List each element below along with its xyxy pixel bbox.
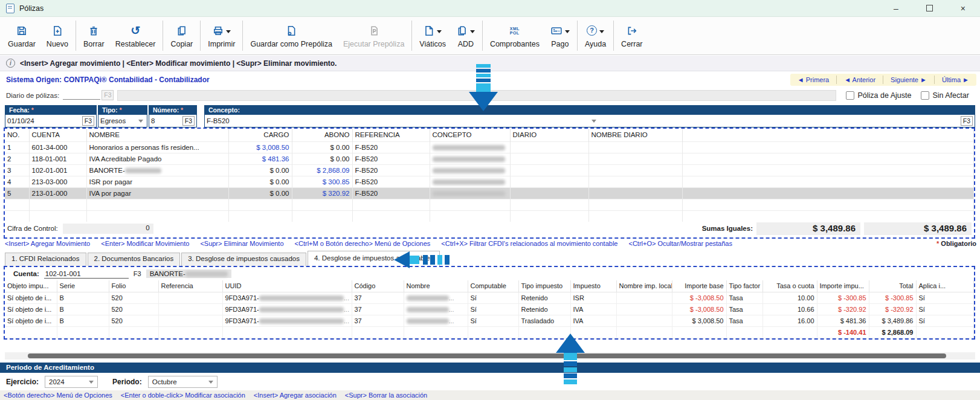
hint-item: <Insert> Agregar Movimiento: [5, 240, 90, 247]
movements-grid-panel: NO.CUENTANOMBRE CARGOABONO REFERENCIACON…: [4, 127, 975, 239]
redacted-text: [407, 307, 449, 312]
chevron-down-icon[interactable]: [565, 30, 570, 33]
table-row[interactable]: 2118-01-001IVA Acreditable Pagado $ 481.…: [5, 153, 974, 164]
table-row-selected[interactable]: 5213-01-000IVA por pagar $ 0.00$ 320.92 …: [5, 187, 974, 199]
last-record-button[interactable]: Última ►: [935, 76, 976, 83]
cuenta-input[interactable]: 102-01-001: [44, 269, 129, 279]
guardar-como-prepoliza-button[interactable]: Guardar como Prepóliza: [245, 18, 337, 53]
impuestos-header-row: Objeto impu...SerieFolioReferencia UUIDC…: [5, 280, 974, 292]
impuestos-table: Objeto impu...SerieFolioReferencia UUIDC…: [5, 280, 974, 338]
cerrar-button[interactable]: Cerrar: [616, 18, 648, 53]
window-controls: – ×: [894, 4, 980, 13]
minimize-button[interactable]: –: [894, 4, 898, 13]
maximize-button[interactable]: [926, 5, 933, 11]
hint-item: <Ctrl+O> Ocultar/Mostrar pestañas: [628, 240, 732, 247]
fecha-input[interactable]: 01/10/24: [7, 117, 34, 124]
ejercicio-select[interactable]: 2024: [45, 376, 98, 388]
chevron-down-icon: [89, 381, 94, 384]
table-row-empty: [5, 210, 974, 222]
close-button[interactable]: ×: [961, 4, 965, 13]
toolbar-separator: [482, 21, 483, 51]
redacted-text: [433, 145, 505, 150]
numero-f3-button[interactable]: F3: [182, 116, 195, 126]
redacted-text: [433, 179, 505, 185]
redacted-text: [185, 271, 228, 277]
toolbar-separator: [242, 21, 243, 51]
info-icon: i: [6, 59, 15, 68]
tab-cfdi-relacionados[interactable]: 1. CFDI Relacionados: [5, 253, 86, 266]
chevron-down-icon[interactable]: [226, 30, 231, 33]
table-row[interactable]: Sí objeto de i...B520 9FD3A971-... 37...…: [5, 303, 974, 315]
comprobantes-button[interactable]: XMLPOL Comprobantes: [485, 18, 545, 53]
bottom-shortcut-hints: <Botón derecho> Menú de Opciones <Enter …: [0, 390, 980, 400]
table-row-empty: [5, 199, 974, 210]
cuenta-f3-button[interactable]: F3: [134, 270, 141, 277]
copiar-button[interactable]: Copiar: [165, 18, 198, 53]
redacted-text: [407, 295, 449, 301]
horizontal-scrollbar[interactable]: [5, 352, 975, 360]
numero-label: Número:: [153, 106, 179, 114]
concepto-input[interactable]: F-B520: [207, 117, 230, 124]
chevron-down-icon[interactable]: [470, 30, 475, 33]
sin-afectar-option: Sin Afectar: [921, 91, 969, 100]
undo-icon: ↺: [131, 25, 140, 37]
hint-item: <Ctrl+M o Botón derecho> Menú de Opcione…: [295, 240, 431, 247]
first-record-button[interactable]: ◄ Primera: [790, 76, 836, 83]
left-arrow-annotation: [394, 251, 452, 268]
tab-documentos-bancarios[interactable]: 2. Documentos Bancarios: [88, 253, 181, 266]
title-bar: Pólizas – ×: [0, 0, 980, 17]
table-row[interactable]: Sí objeto de i...B520 9FD3A971-... 37...…: [5, 292, 974, 303]
scrollbar-thumb[interactable]: [28, 353, 946, 358]
toolbar-separator: [200, 21, 201, 51]
redacted-text: [259, 318, 344, 324]
hint-item: <Supr> Eliminar Movimiento: [200, 240, 283, 247]
chevron-down-icon[interactable]: [599, 30, 604, 33]
numero-input[interactable]: 8: [151, 117, 155, 124]
diario-input[interactable]: [63, 91, 100, 100]
chevron-down-icon[interactable]: [138, 120, 143, 123]
new-document-icon: [52, 25, 63, 36]
guardar-button[interactable]: Guardar: [2, 18, 41, 53]
diario-label: Diario de pólizas:: [6, 92, 59, 99]
totals-row: $ -140.41 $ 2,868.09: [5, 326, 974, 338]
chevron-down-icon[interactable]: [437, 30, 442, 33]
chevron-down-icon[interactable]: [592, 120, 596, 123]
movements-table: NO.CUENTANOMBRE CARGOABONO REFERENCIACON…: [5, 129, 974, 222]
borrar-button[interactable]: Borrar: [78, 18, 110, 53]
help-icon: ?: [587, 25, 597, 36]
table-row[interactable]: Sí objeto de i...B520 9FD3A971-... 37...…: [5, 315, 974, 326]
redacted-text: [259, 295, 344, 301]
restablecer-button[interactable]: ↺ Restablecer: [110, 18, 161, 53]
poliza-ajuste-option: Póliza de Ajuste: [846, 91, 911, 100]
add-button[interactable]: ADD: [451, 18, 480, 53]
poliza-ajuste-checkbox[interactable]: [846, 91, 854, 100]
diario-f3-button: F3: [102, 90, 114, 100]
nuevo-button[interactable]: Nuevo: [41, 18, 74, 53]
movements-header-row: NO.CUENTANOMBRE CARGOABONO REFERENCIACON…: [5, 129, 974, 141]
hint-item: <Supr> Borrar la asociación: [345, 392, 427, 399]
total-importe-impuesto: $ -140.41: [817, 326, 869, 338]
viaticos-button[interactable]: Viáticos: [414, 18, 451, 53]
table-row[interactable]: 4213-03-000ISR por pagar $ 0.00$ 300.85 …: [5, 176, 974, 187]
tipo-select[interactable]: Egresos: [100, 117, 126, 124]
imprimir-button[interactable]: Imprimir: [202, 18, 240, 53]
ejercicio-label: Ejercicio:: [6, 378, 39, 386]
redacted-text: [407, 318, 449, 324]
pago-button[interactable]: Pago: [545, 18, 575, 53]
trash-icon: [88, 25, 99, 36]
hint-item: <Ctrl+X> Filtrar CFDI's relacionados al …: [441, 240, 617, 247]
redacted-text: [433, 191, 505, 196]
printer-icon: [213, 25, 224, 36]
table-row[interactable]: 1601-34-000Honorarios a personas fís res…: [5, 141, 974, 153]
fecha-f3-button[interactable]: F3: [82, 116, 94, 126]
concepto-f3-button[interactable]: F3: [961, 116, 973, 126]
next-record-button[interactable]: Siguiente ►: [883, 76, 934, 83]
table-row[interactable]: 3102-01-001BANORTE- $ 0.00$ 2,868.09 F-B…: [5, 164, 974, 176]
ayuda-button[interactable]: ? Ayuda: [579, 18, 611, 53]
toolbar: Guardar Nuevo Borrar ↺ Restablecer Copia…: [0, 17, 980, 55]
tab-impuestos-causados[interactable]: 3. Desglose de impuestos causados: [181, 253, 306, 266]
redacted-text: [125, 168, 161, 173]
periodo-select[interactable]: Octubre: [148, 376, 218, 388]
sin-afectar-checkbox[interactable]: [921, 91, 929, 100]
previous-record-button[interactable]: ◄ Anterior: [837, 76, 883, 83]
